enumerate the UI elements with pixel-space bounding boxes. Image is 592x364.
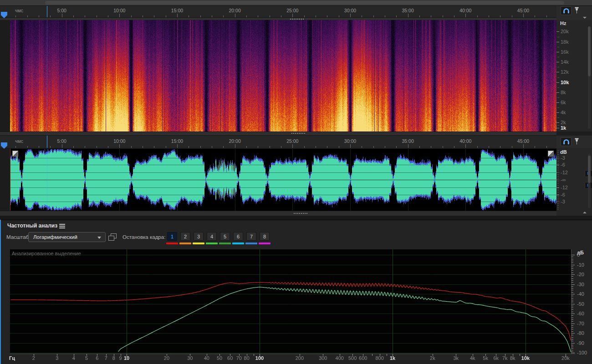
chevron-down-icon	[97, 237, 101, 239]
ruler-tick	[512, 146, 512, 148]
time-label: 25:00	[283, 8, 301, 13]
scale-select[interactable]: Логарифмический	[28, 232, 106, 242]
ruler-tick	[62, 14, 62, 17]
ruler-tick	[523, 14, 524, 17]
ruler-tick	[362, 146, 362, 148]
ruler-tick	[489, 146, 489, 148]
panel-gap	[0, 216, 592, 220]
ruler-tick	[327, 146, 327, 148]
ruler-tick	[119, 144, 120, 148]
ruler-tick	[292, 14, 293, 17]
horizontal-zoom-scrollbar[interactable]	[0, 0, 592, 6]
hold-frame-button-4[interactable]: 4	[207, 232, 217, 241]
between-views-strip[interactable]	[0, 131, 556, 136]
time-labels: 5:0010:0015:0020:0025:0030:0035:0040:004…	[0, 136, 556, 144]
ruler-tick	[546, 146, 547, 148]
time-label: 25:00	[283, 138, 301, 144]
playhead-line	[47, 20, 47, 131]
ruler-tick	[258, 146, 258, 148]
monitor-headphones-button[interactable]	[561, 137, 572, 146]
hold-frame-button-3[interactable]: 3	[194, 232, 204, 241]
playhead-line	[47, 149, 47, 211]
time-label: 20:00	[226, 138, 244, 144]
ruler-tick	[85, 146, 85, 148]
drag-dots-icon[interactable]	[291, 133, 305, 134]
selection-left-edge	[10, 149, 10, 211]
time-label: 15:00	[168, 138, 186, 144]
panel-title: Частотный анализ	[7, 222, 57, 229]
pin-button[interactable]	[573, 137, 580, 146]
ruler-tick	[200, 146, 201, 148]
waveform-left-margin	[0, 148, 10, 211]
playhead-line[interactable]	[47, 136, 47, 148]
ruler-tick	[281, 146, 281, 148]
panel-menu-hamburger-icon[interactable]	[59, 224, 65, 225]
time-label: 20:00	[226, 8, 244, 13]
ruler-tick	[154, 146, 154, 148]
timeline-ruler-waveform[interactable]: чмс 5:0010:0015:0020:0025:0030:0035:0040…	[0, 136, 556, 148]
ruler-tick	[373, 146, 374, 148]
ruler-tick	[465, 144, 466, 148]
fade-out-handle[interactable]	[548, 151, 554, 157]
time-label: 10:00	[110, 8, 128, 13]
hold-frame-button-2[interactable]: 2	[180, 232, 190, 241]
time-label: 40:00	[456, 138, 475, 144]
playhead-line[interactable]	[47, 6, 47, 17]
ruler-tick	[465, 14, 466, 17]
copy-graph-button[interactable]	[108, 233, 117, 241]
chevron-up-icon[interactable]	[583, 212, 587, 213]
drag-dots-icon[interactable]	[294, 213, 307, 214]
ruler-tick	[500, 146, 500, 148]
fade-in-handle[interactable]	[12, 151, 18, 157]
push-pin-icon	[574, 138, 580, 145]
waveform-display[interactable]	[10, 149, 556, 211]
ruler-tick	[50, 146, 51, 148]
ruler-tick	[177, 14, 178, 17]
ruler-tick	[396, 146, 397, 148]
hold-frame-button-1[interactable]: 1	[167, 232, 177, 241]
ruler-tick	[270, 146, 270, 148]
ruler-tick	[73, 146, 74, 148]
audition-editor-window: чмс 5:0010:0015:0020:0025:0030:0035:0040…	[0, 0, 592, 364]
time-label: 30:00	[341, 138, 359, 144]
timeline-ruler-spectral[interactable]: чмс 5:0010:0015:0020:0025:0030:0035:0040…	[0, 6, 556, 17]
ruler-tick	[119, 14, 120, 17]
chevron-down-icon[interactable]	[583, 17, 587, 19]
scrollbar-thumb[interactable]	[588, 26, 591, 76]
time-ticks	[0, 14, 556, 17]
hold-frame-color-swatch	[193, 243, 204, 244]
ruler-tick	[292, 144, 293, 148]
spectral-frequency-display[interactable]	[10, 20, 556, 131]
time-label: 40:00	[456, 8, 475, 13]
drag-dots-icon[interactable]	[290, 19, 304, 20]
hold-frame-button-6[interactable]: 6	[233, 232, 243, 241]
pin-button[interactable]	[573, 6, 580, 15]
time-label: 30:00	[341, 8, 359, 13]
amplitude-unit-label: dB	[560, 149, 567, 155]
hold-frame-color-swatch	[219, 243, 231, 244]
hold-frame-button-7[interactable]: 7	[246, 232, 256, 241]
time-label: 15:00	[168, 8, 186, 13]
copy-graph-icon	[108, 236, 114, 241]
vertical-scrollbar[interactable]	[588, 26, 591, 129]
hold-frame-color-swatch	[259, 243, 270, 244]
vertical-scrollbar[interactable]	[588, 154, 591, 208]
ruler-tick	[235, 144, 235, 148]
scrollbar-thumb[interactable]	[588, 156, 591, 183]
monitor-headphones-button[interactable]	[561, 6, 572, 15]
waveform-ruler-icon-area	[556, 136, 592, 148]
time-ticks	[0, 144, 556, 148]
hold-frame-button-8[interactable]: 8	[260, 232, 270, 241]
headphones-icon	[563, 139, 570, 145]
hold-frame-button-5[interactable]: 5	[220, 232, 230, 241]
ruler-tick	[419, 146, 420, 148]
ruler-tick	[62, 144, 62, 148]
ruler-tick	[177, 144, 178, 148]
hold-frame-color-swatch	[206, 243, 218, 244]
hold-frame-color-swatch	[245, 243, 257, 244]
scrollbar-thumb[interactable]	[45, 1, 564, 5]
ruler-tick	[189, 146, 189, 148]
hold-frame-buttons: 12345678	[167, 232, 276, 246]
ruler-tick	[131, 146, 132, 148]
time-labels: 5:0010:0015:0020:0025:0030:0035:0040:004…	[0, 6, 556, 13]
